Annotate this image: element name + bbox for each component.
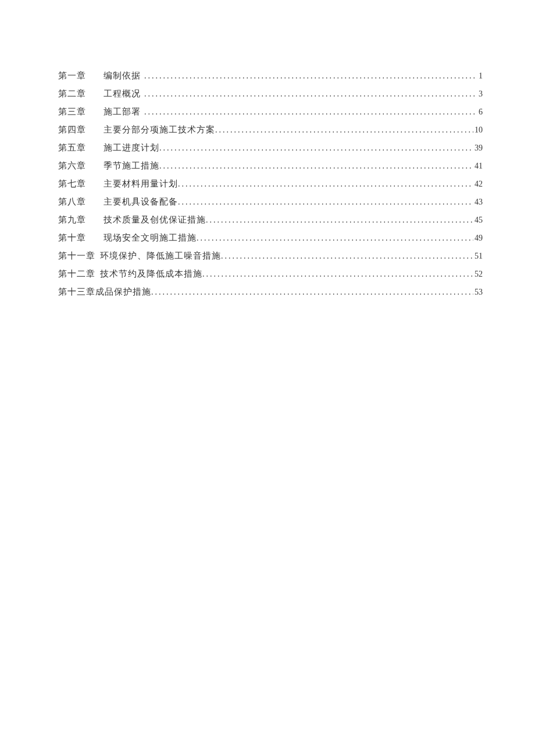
toc-leader-dots: [159, 157, 473, 175]
toc-page-number: 6: [477, 103, 483, 121]
toc-entry: 第八章主要机具设备配备43: [58, 193, 483, 211]
toc-leader-dots: [221, 247, 473, 265]
toc-page-number: 1: [477, 67, 483, 85]
toc-chapter: 第六章: [58, 157, 86, 175]
toc-chapter: 第九章: [58, 211, 86, 229]
toc-chapter: 第四章: [58, 121, 86, 139]
toc-title: 施工部署: [104, 103, 141, 121]
toc-chapter: 第七章: [58, 175, 86, 193]
toc-leader-dots: [144, 103, 477, 121]
toc-entry: 第二章工程概况3: [58, 85, 483, 103]
toc-chapter: 第十章: [58, 229, 86, 247]
toc-title: 技术节约及降低成本措施: [100, 265, 202, 283]
toc-title: 环境保护、降低施工噪音措施: [100, 247, 221, 265]
toc-chapter: 第二章: [58, 85, 86, 103]
toc-title: 主要机具设备配备: [104, 193, 178, 211]
toc-page-number: 41: [473, 157, 483, 175]
toc-chapter: 第三章: [58, 103, 86, 121]
toc-title: 工程概况: [104, 85, 141, 103]
toc-title: 主要分部分项施工技术方案: [104, 121, 215, 139]
toc-leader-dots: [178, 193, 473, 211]
toc-chapter: 第八章: [58, 193, 86, 211]
toc-chapter: 第五章: [58, 139, 86, 157]
toc-leader-dots: [202, 265, 473, 283]
toc-page-number: 39: [473, 139, 483, 157]
toc-title: 主要材料用量计划: [104, 175, 178, 193]
toc-page-number: 3: [477, 85, 483, 103]
toc-page-number: 53: [473, 283, 483, 301]
toc-title: 施工进度计划: [104, 139, 159, 157]
toc-page-number: 52: [473, 265, 483, 283]
toc-page-number: 43: [473, 193, 483, 211]
toc-entry: 第九章技术质量及创优保证措施45: [58, 211, 483, 229]
toc-leader-dots: [197, 229, 473, 247]
toc-leader-dots: [144, 67, 477, 85]
table-of-contents: 第一章编制依据1第二章工程概况3第三章施工部署6第四章主要分部分项施工技术方案1…: [58, 67, 483, 301]
toc-leader-dots: [144, 85, 477, 103]
toc-page-number: 49: [473, 229, 483, 247]
toc-page-number: 10: [473, 121, 483, 139]
toc-page-number: 45: [473, 211, 483, 229]
toc-entry: 第五章施工进度计划39: [58, 139, 483, 157]
toc-leader-dots: [178, 175, 473, 193]
toc-entry: 第十一章环境保护、降低施工噪音措施51: [58, 247, 483, 265]
toc-page-number: 42: [473, 175, 483, 193]
toc-title: 技术质量及创优保证措施: [104, 211, 206, 229]
toc-leader-dots: [215, 121, 473, 139]
toc-entry: 第十章现场安全文明施工措施49: [58, 229, 483, 247]
toc-entry: 第一章编制依据1: [58, 67, 483, 85]
toc-title: 季节施工措施: [104, 157, 159, 175]
toc-leader-dots: [159, 139, 473, 157]
toc-entry: 第十三章成品保护措施53: [58, 283, 483, 301]
toc-page-number: 51: [473, 247, 483, 265]
toc-entry: 第四章主要分部分项施工技术方案10: [58, 121, 483, 139]
toc-entry: 第六章季节施工措施41: [58, 157, 483, 175]
toc-entry: 第三章施工部署6: [58, 103, 483, 121]
toc-title: 编制依据: [104, 67, 141, 85]
toc-entry: 第十二章技术节约及降低成本措施52: [58, 265, 483, 283]
toc-chapter: 第十二章: [58, 265, 95, 283]
toc-chapter: 第十一章: [58, 247, 95, 265]
toc-chapter: 第十三章成品保护措施: [58, 283, 151, 301]
toc-chapter: 第一章: [58, 67, 86, 85]
toc-entry: 第七章主要材料用量计划42: [58, 175, 483, 193]
toc-leader-dots: [206, 211, 473, 229]
toc-title: 现场安全文明施工措施: [104, 229, 197, 247]
toc-leader-dots: [151, 283, 473, 301]
